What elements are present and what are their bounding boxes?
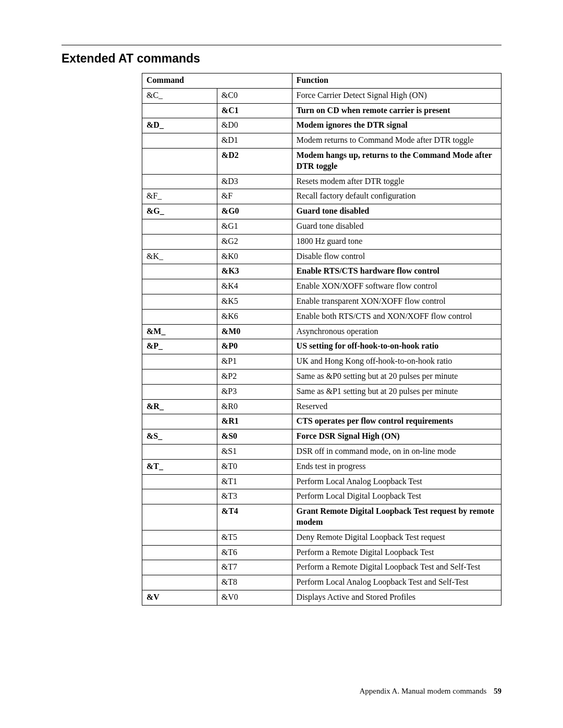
cell-command-code: &R0 bbox=[217, 399, 292, 414]
cell-command-group bbox=[142, 384, 217, 399]
table-row: &G_&G0Guard tone disabled bbox=[142, 204, 501, 219]
cell-command-code: &T7 bbox=[217, 560, 292, 575]
cell-function: Turn on CD when remote carrier is presen… bbox=[292, 103, 501, 118]
cell-command-code: &R1 bbox=[217, 414, 292, 429]
table-row: &P1UK and Hong Kong off-hook-to-on-hook … bbox=[142, 354, 501, 369]
table-row: &D_&D0Modem ignores the DTR signal bbox=[142, 118, 501, 133]
cell-command-group: &V bbox=[142, 590, 217, 605]
cell-command-code: &G1 bbox=[217, 219, 292, 234]
table-row: &M_&M0Asynchronous operation bbox=[142, 324, 501, 339]
table-row: &T5Deny Remote Digital Loopback Test req… bbox=[142, 530, 501, 545]
cell-function: Grant Remote Digital Loopback Test reque… bbox=[292, 504, 501, 530]
cell-function: Guard tone disabled bbox=[292, 219, 501, 234]
cell-command-group bbox=[142, 219, 217, 234]
cell-command-code: &P1 bbox=[217, 354, 292, 369]
cell-function: Same as &P0 setting but at 20 pulses per… bbox=[292, 369, 501, 384]
cell-function: Perform Local Digital Loopback Test bbox=[292, 489, 501, 504]
cell-command-group bbox=[142, 294, 217, 309]
cell-command-group bbox=[142, 474, 217, 489]
table-row: &D2Modem hangs up, returns to the Comman… bbox=[142, 148, 501, 174]
cell-command-code: &P3 bbox=[217, 384, 292, 399]
table-row: &P2Same as &P0 setting but at 20 pulses … bbox=[142, 369, 501, 384]
table-row: &P3Same as &P1 setting but at 20 pulses … bbox=[142, 384, 501, 399]
table-row: &T8Perform Local Analog Loopback Test an… bbox=[142, 575, 501, 590]
table-row: &R1CTS operates per flow control require… bbox=[142, 414, 501, 429]
cell-command-group bbox=[142, 148, 217, 174]
page-footer: Appendix A. Manual modem commands 59 bbox=[360, 687, 501, 696]
cell-command-code: &K3 bbox=[217, 264, 292, 279]
table-row: &T6Perform a Remote Digital Loopback Tes… bbox=[142, 545, 501, 560]
cell-function: CTS operates per flow control requiremen… bbox=[292, 414, 501, 429]
cell-command-group: &S_ bbox=[142, 429, 217, 445]
cell-function: Reserved bbox=[292, 399, 501, 414]
cell-command-code: &F bbox=[217, 189, 292, 204]
horizontal-rule bbox=[62, 45, 501, 45]
cell-command-code: &S0 bbox=[217, 429, 292, 445]
cell-command-group bbox=[142, 354, 217, 369]
table-row: &T4Grant Remote Digital Loopback Test re… bbox=[142, 504, 501, 530]
cell-command-code: &K0 bbox=[217, 249, 292, 264]
cell-command-code: &S1 bbox=[217, 444, 292, 459]
cell-command-code: &D3 bbox=[217, 174, 292, 189]
cell-command-code: &P0 bbox=[217, 339, 292, 354]
cell-command-code: &G2 bbox=[217, 234, 292, 249]
table-row: &K6Enable both RTS/CTS and XON/XOFF flow… bbox=[142, 309, 501, 324]
cell-function: Resets modem after DTR toggle bbox=[292, 174, 501, 189]
at-commands-table: Command Function &C_&C0Force Carrier Det… bbox=[142, 73, 501, 606]
cell-command-code: &K5 bbox=[217, 294, 292, 309]
table-row: &V&V0Displays Active and Stored Profiles bbox=[142, 590, 501, 605]
page-number: 59 bbox=[494, 687, 501, 695]
cell-command-code: &T1 bbox=[217, 474, 292, 489]
cell-function: Enable RTS/CTS hardware flow control bbox=[292, 264, 501, 279]
cell-command-group: &K_ bbox=[142, 249, 217, 264]
cell-function: Force Carrier Detect Signal High (ON) bbox=[292, 88, 501, 103]
cell-function: Recall factory default configuration bbox=[292, 189, 501, 204]
cell-function: UK and Hong Kong off-hook-to-on-hook rat… bbox=[292, 354, 501, 369]
table-header-row: Command Function bbox=[142, 73, 501, 89]
cell-command-group bbox=[142, 234, 217, 249]
cell-command-code: &T8 bbox=[217, 575, 292, 590]
table-row: &K_&K0Disable flow control bbox=[142, 249, 501, 264]
cell-command-group bbox=[142, 545, 217, 560]
cell-command-code: &D0 bbox=[217, 118, 292, 133]
cell-command-code: &K4 bbox=[217, 279, 292, 294]
cell-command-code: &V0 bbox=[217, 590, 292, 605]
cell-command-code: &D1 bbox=[217, 133, 292, 149]
cell-command-group bbox=[142, 504, 217, 530]
cell-command-code: &T6 bbox=[217, 545, 292, 560]
cell-command-group bbox=[142, 174, 217, 189]
cell-command-code: &K6 bbox=[217, 309, 292, 324]
cell-function: Perform a Remote Digital Loopback Test bbox=[292, 545, 501, 560]
cell-command-code: &C1 bbox=[217, 103, 292, 118]
cell-function: Force DSR Signal High (ON) bbox=[292, 429, 501, 445]
cell-function: Same as &P1 setting but at 20 pulses per… bbox=[292, 384, 501, 399]
cell-command-group bbox=[142, 489, 217, 504]
cell-function: Displays Active and Stored Profiles bbox=[292, 590, 501, 605]
cell-function: Modem returns to Command Mode after DTR … bbox=[292, 133, 501, 149]
table-row: &D1Modem returns to Command Mode after D… bbox=[142, 133, 501, 149]
table-row: &T3Perform Local Digital Loopback Test bbox=[142, 489, 501, 504]
cell-command-group bbox=[142, 414, 217, 429]
table-row: &C_&C0Force Carrier Detect Signal High (… bbox=[142, 88, 501, 103]
table-row: &R_&R0Reserved bbox=[142, 399, 501, 414]
table-row: &S1DSR off in command mode, on in on-lin… bbox=[142, 444, 501, 459]
cell-command-group bbox=[142, 530, 217, 545]
cell-command-group: &M_ bbox=[142, 324, 217, 339]
cell-function: Modem ignores the DTR signal bbox=[292, 118, 501, 133]
cell-command-code: &T3 bbox=[217, 489, 292, 504]
cell-command-group bbox=[142, 575, 217, 590]
table-row: &T7Perform a Remote Digital Loopback Tes… bbox=[142, 560, 501, 575]
header-function: Function bbox=[292, 73, 501, 89]
cell-function: DSR off in command mode, on in on-line m… bbox=[292, 444, 501, 459]
table-row: &C1Turn on CD when remote carrier is pre… bbox=[142, 103, 501, 118]
cell-function: Perform a Remote Digital Loopback Test a… bbox=[292, 560, 501, 575]
cell-command-group bbox=[142, 103, 217, 118]
cell-function: Perform Local Analog Loopback Test bbox=[292, 474, 501, 489]
cell-command-group: &D_ bbox=[142, 118, 217, 133]
cell-function: Guard tone disabled bbox=[292, 204, 501, 219]
cell-command-group bbox=[142, 369, 217, 384]
cell-function: US setting for off-hook-to-on-hook ratio bbox=[292, 339, 501, 354]
cell-function: 1800 Hz guard tone bbox=[292, 234, 501, 249]
cell-command-group bbox=[142, 444, 217, 459]
cell-command-group: &G_ bbox=[142, 204, 217, 219]
